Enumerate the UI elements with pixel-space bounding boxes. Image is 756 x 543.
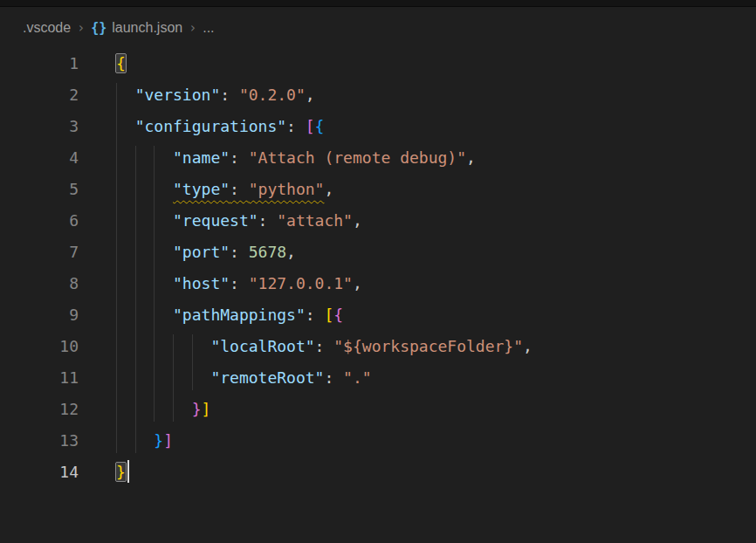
- code-line[interactable]: 5 "type": "python",: [0, 174, 756, 205]
- code-lines: 1{2 "version": "0.2.0",3 "configurations…: [0, 48, 756, 488]
- line-number[interactable]: 12: [0, 394, 79, 425]
- line-number[interactable]: 3: [0, 111, 79, 142]
- line-number[interactable]: 11: [0, 362, 79, 394]
- line-number[interactable]: 6: [0, 205, 79, 237]
- line-number[interactable]: 1: [0, 48, 79, 79]
- line-number[interactable]: 13: [0, 425, 79, 457]
- code-text: }]: [79, 425, 173, 457]
- code-text: }: [79, 457, 129, 488]
- code-line[interactable]: 10 "localRoot": "${workspaceFolder}",: [0, 331, 756, 362]
- breadcrumb-file-label: launch.json: [112, 20, 182, 36]
- code-line[interactable]: 1{: [0, 48, 756, 79]
- code-text: "pathMappings": [{: [79, 299, 343, 331]
- code-line[interactable]: 6 "request": "attach",: [0, 205, 756, 237]
- code-line[interactable]: 3 "configurations": [{: [0, 111, 756, 142]
- code-text: "request": "attach",: [79, 205, 362, 237]
- line-number[interactable]: 8: [0, 268, 79, 299]
- breadcrumb: .vscode › {} launch.json › ...: [0, 7, 756, 48]
- line-number[interactable]: 2: [0, 79, 79, 111]
- breadcrumb-symbol-more[interactable]: ...: [203, 20, 214, 36]
- line-number[interactable]: 9: [0, 299, 79, 331]
- code-line[interactable]: 12 }]: [0, 394, 756, 425]
- code-text: "configurations": [{: [79, 111, 324, 142]
- text-cursor: [127, 460, 129, 483]
- code-line[interactable]: 8 "host": "127.0.0.1",: [0, 268, 756, 299]
- code-text: "localRoot": "${workspaceFolder}",: [79, 331, 533, 362]
- code-line[interactable]: 9 "pathMappings": [{: [0, 299, 756, 331]
- json-file-icon: {}: [91, 20, 107, 36]
- chevron-right-icon: ›: [77, 20, 85, 36]
- chevron-right-icon: ›: [189, 20, 196, 36]
- code-line[interactable]: 2 "version": "0.2.0",: [0, 79, 756, 111]
- code-text: "remoteRoot": ".": [79, 362, 372, 394]
- code-line[interactable]: 7 "port": 5678,: [0, 237, 756, 268]
- code-line[interactable]: 14}: [0, 457, 756, 488]
- code-text: "version": "0.2.0",: [79, 79, 315, 111]
- code-text: "name": "Attach (remote debug)",: [79, 142, 476, 174]
- line-number[interactable]: 10: [0, 331, 79, 362]
- code-text: "host": "127.0.0.1",: [79, 268, 362, 299]
- tab-bar-edge: [0, 0, 756, 7]
- line-number[interactable]: 14: [0, 457, 79, 488]
- code-editor[interactable]: 1{2 "version": "0.2.0",3 "configurations…: [0, 48, 756, 488]
- breadcrumb-file[interactable]: {} launch.json: [91, 20, 182, 36]
- code-line[interactable]: 13 }]: [0, 425, 756, 457]
- line-number[interactable]: 5: [0, 174, 79, 205]
- code-text: "port": 5678,: [79, 237, 296, 268]
- breadcrumb-folder[interactable]: .vscode: [23, 20, 71, 36]
- line-number[interactable]: 4: [0, 142, 79, 174]
- code-text: "type": "python",: [79, 174, 333, 205]
- code-line[interactable]: 4 "name": "Attach (remote debug)",: [0, 142, 756, 174]
- line-number[interactable]: 7: [0, 237, 79, 268]
- code-line[interactable]: 11 "remoteRoot": ".": [0, 362, 756, 394]
- code-text: }]: [79, 394, 210, 425]
- code-text: {: [79, 48, 126, 79]
